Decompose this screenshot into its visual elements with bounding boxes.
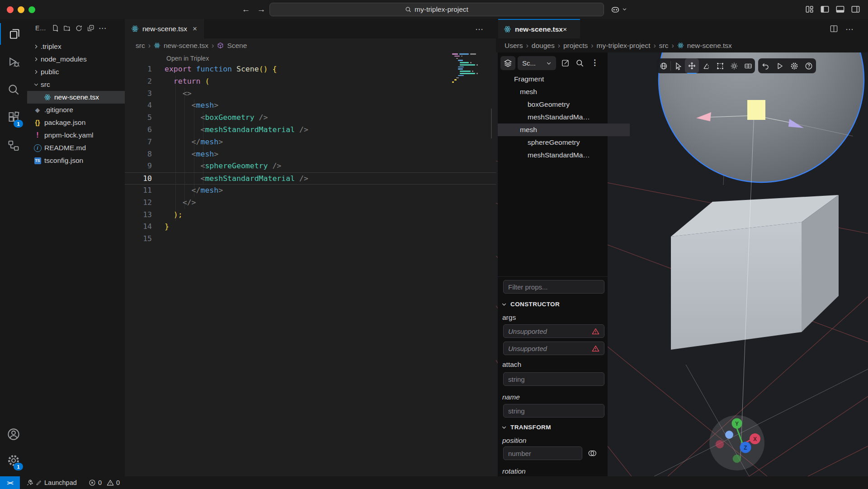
axis-negx-ball[interactable] xyxy=(716,440,724,448)
line-number[interactable]: 10 xyxy=(125,173,165,184)
toggle-icon[interactable] xyxy=(587,449,597,458)
code-line[interactable]: 15 xyxy=(125,233,496,245)
open-in-triplex-codelens[interactable]: Open in Triplex xyxy=(166,55,209,62)
line-number[interactable]: 13 xyxy=(125,209,165,221)
scene-select[interactable]: Sc... xyxy=(518,56,556,70)
accounts-button[interactable] xyxy=(0,423,27,445)
settings-button[interactable]: 1 xyxy=(0,450,27,471)
breadcrumb-item[interactable]: src xyxy=(659,42,669,50)
breadcrumb-item[interactable]: Users xyxy=(505,42,523,50)
layers-button[interactable] xyxy=(500,56,515,70)
new-file-icon[interactable] xyxy=(52,24,59,32)
code-line[interactable]: 9 <sphereGeometry /> xyxy=(125,160,496,172)
line-number[interactable]: 15 xyxy=(125,233,165,245)
line-number[interactable]: 6 xyxy=(125,124,165,136)
code-line[interactable]: 12 </> xyxy=(125,197,496,209)
scene-tree-item-mesh-2-selected[interactable]: mesh xyxy=(498,123,630,136)
launchpad-button[interactable]: Launchpad xyxy=(26,476,77,489)
refresh-icon[interactable] xyxy=(75,24,83,32)
gizmo-plane-handle[interactable] xyxy=(747,100,765,120)
breadcrumb-item[interactable]: projects xyxy=(563,42,588,50)
select-tool-button[interactable] xyxy=(671,58,685,73)
transform-section-header[interactable]: TRANSFORM xyxy=(501,424,551,431)
line-number[interactable]: 4 xyxy=(125,100,165,112)
name-input[interactable] xyxy=(503,404,604,418)
file-row-tsconfig[interactable]: TS tsconfig.json xyxy=(27,154,125,167)
scale-tool-button[interactable] xyxy=(713,58,727,73)
remote-indicator[interactable]: >< xyxy=(0,476,20,489)
zoom-window-button[interactable] xyxy=(28,6,35,13)
collapse-all-icon[interactable] xyxy=(87,24,94,32)
sidebar-item-run-debug[interactable] xyxy=(0,51,27,73)
search-scene-icon[interactable] xyxy=(576,59,584,67)
constructor-section-header[interactable]: CONSTRUCTOR xyxy=(501,301,560,308)
edit-scene-icon[interactable] xyxy=(561,59,570,67)
code-line[interactable]: 6 <meshStandardMaterial /> xyxy=(125,124,496,136)
more-actions-icon[interactable]: ⋯ xyxy=(99,24,106,33)
scene-more-icon[interactable]: ⋮ xyxy=(591,58,599,67)
copilot-icon[interactable] xyxy=(610,5,620,14)
breadcrumb-item[interactable]: new-scene.tsx xyxy=(164,42,208,50)
line-number[interactable]: 2 xyxy=(125,76,165,88)
code-line[interactable]: 3 <> xyxy=(125,88,496,100)
axis-negz-ball[interactable] xyxy=(725,431,733,439)
breadcrumb-item[interactable]: my-triplex-project xyxy=(597,42,651,50)
args-field-1[interactable]: Unsupported xyxy=(503,324,604,338)
close-window-button[interactable] xyxy=(7,6,14,13)
file-row-new-scene[interactable]: new-scene.tsx xyxy=(27,91,125,104)
args-field-2[interactable]: Unsupported xyxy=(503,342,604,355)
tab-new-scene[interactable]: new-scene.tsx × xyxy=(125,19,204,38)
breadcrumb-item[interactable]: new-scene.tsx xyxy=(687,42,732,50)
file-row-node-modules[interactable]: node_modules xyxy=(27,53,125,66)
sidebar-item-search[interactable] xyxy=(0,79,27,100)
play-icon[interactable] xyxy=(773,58,787,73)
orientation-gizmo[interactable]: Y X Z xyxy=(709,415,764,470)
scene-tree-item-box-geometry[interactable]: boxGeometry xyxy=(498,98,637,111)
sidebar-item-explorer[interactable] xyxy=(0,23,28,45)
file-row-gitignore[interactable]: ◆ .gitignore xyxy=(27,104,125,116)
attach-input[interactable] xyxy=(503,372,604,386)
file-row-triplex[interactable]: .triplex xyxy=(27,40,125,53)
minimap[interactable] xyxy=(452,53,479,84)
file-row-pnpm-lock[interactable]: ! pnpm-lock.yaml xyxy=(27,129,125,142)
code-line[interactable]: 8 <mesh> xyxy=(125,148,496,161)
filter-props-input[interactable] xyxy=(503,280,604,294)
scrollbar-decoration[interactable] xyxy=(491,109,492,138)
grid-split-tool-button[interactable] xyxy=(741,58,755,73)
line-number[interactable]: 7 xyxy=(125,136,165,148)
help-icon[interactable] xyxy=(802,58,816,73)
command-center[interactable]: my-triplex-project xyxy=(269,3,604,16)
scene-tree-item-mesh-standard-material-1[interactable]: meshStandardMa… xyxy=(498,111,637,123)
settings-icon[interactable] xyxy=(787,58,802,73)
line-number[interactable]: 11 xyxy=(125,185,165,197)
minimize-window-button[interactable] xyxy=(18,6,24,13)
breadcrumb-item[interactable]: douges xyxy=(532,42,555,50)
scene-tree-item-sphere-geometry[interactable]: sphereGeometry xyxy=(498,136,637,149)
code-line[interactable]: 4 <mesh> xyxy=(125,100,496,112)
breadcrumb-item[interactable]: Scene xyxy=(227,42,247,50)
line-number[interactable]: 8 xyxy=(125,148,165,161)
customize-layout-icon[interactable] xyxy=(805,5,814,14)
toggle-primary-sidebar-icon[interactable] xyxy=(820,5,830,14)
close-icon[interactable]: × xyxy=(193,24,197,33)
tab-new-scene-triplex[interactable]: new-scene.tsx × xyxy=(498,19,580,38)
move-tool-button[interactable] xyxy=(685,58,699,73)
file-row-public[interactable]: public xyxy=(27,66,125,78)
toggle-panel-icon[interactable] xyxy=(835,5,845,14)
scene-tree-item-mesh-1[interactable]: mesh xyxy=(498,85,630,98)
problems-button[interactable]: 0 0 xyxy=(89,476,120,489)
file-row-package-json[interactable]: {} package.json xyxy=(27,116,125,129)
code-line[interactable]: 1export function Scene() { xyxy=(125,63,496,76)
scene-tree-item-fragment[interactable]: Fragment xyxy=(498,73,624,85)
code-line[interactable]: 11 </mesh> xyxy=(125,185,496,197)
line-number[interactable]: 1 xyxy=(125,63,165,76)
code-line[interactable]: 14} xyxy=(125,221,496,233)
editor-actions-more-icon[interactable]: ⋯ xyxy=(475,24,483,34)
breadcrumb-item[interactable]: src xyxy=(136,42,145,50)
new-folder-icon[interactable] xyxy=(63,24,71,32)
chevron-down-icon[interactable] xyxy=(622,7,627,12)
close-icon[interactable]: × xyxy=(563,25,567,33)
code-line[interactable]: 13 ); xyxy=(125,209,496,221)
code-line-current[interactable]: 10 <meshStandardMaterial /> xyxy=(125,172,496,185)
sidebar-item-hierarchy[interactable] xyxy=(0,135,27,157)
